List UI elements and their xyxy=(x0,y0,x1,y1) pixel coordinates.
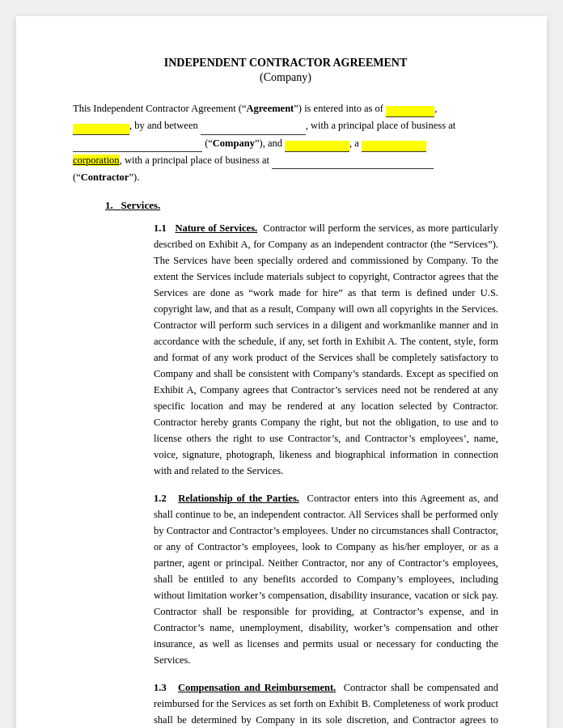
section-1-label: Services. xyxy=(121,199,161,211)
subsection-1-2-body: Contractor enters into this Agreement as… xyxy=(154,493,498,666)
subsection-1-1-heading: Nature of Services. xyxy=(175,222,257,234)
subsection-1-1-text: 1.1 Nature of Services. Contractor will … xyxy=(154,220,498,479)
intro-text-7: (“Contractor”). xyxy=(73,171,139,183)
intro-text-3: , with a principal place of business at xyxy=(306,120,455,131)
intro-paragraph: This Independent Contractor Agreement (“… xyxy=(73,100,498,186)
address-field-1[interactable] xyxy=(73,141,202,152)
entity-type-field[interactable] xyxy=(362,141,426,152)
intro-text-5: , a xyxy=(349,138,362,149)
contractor-address-field[interactable] xyxy=(272,158,434,169)
subsection-1-2-number: 1.2 xyxy=(154,493,167,504)
corporation-text: corporation xyxy=(73,154,120,166)
date-field[interactable] xyxy=(386,106,434,117)
document-subtitle: (Company) xyxy=(73,71,498,84)
subsection-1-1-body: Contractor will perform the services, as… xyxy=(154,222,498,476)
document-page: INDEPENDENT CONTRACTOR AGREEMENT (Compan… xyxy=(16,16,547,728)
subsection-1-3-heading: Compensation and Reimbursement. xyxy=(178,682,336,693)
intro-text-2: , by and between xyxy=(129,120,201,131)
subsection-1-3-text: 1.3 Compensation and Reimbursement. Cont… xyxy=(154,679,498,728)
section-1-number: 1. xyxy=(105,199,113,211)
subsection-1-1-number: 1.1 xyxy=(154,222,167,234)
intro-comma: , xyxy=(434,103,437,114)
document-title: INDEPENDENT CONTRACTOR AGREEMENT xyxy=(73,57,498,70)
contractor-name-field[interactable] xyxy=(285,141,349,152)
subsection-1-2-heading: Relationship of the Parties. xyxy=(178,493,299,504)
subsection-1-3-number: 1.3 xyxy=(154,682,167,693)
section-1: 1. Services. 1.1 Nature of Services. Con… xyxy=(105,199,498,728)
subsection-1-1: 1.1 Nature of Services. Contractor will … xyxy=(154,220,498,728)
field-blank-1[interactable] xyxy=(73,124,129,135)
party-field-1[interactable] xyxy=(201,124,306,135)
subsection-1-2-text: 1.2 Relationship of the Parties. Contrac… xyxy=(154,490,498,668)
intro-text-1: This Independent Contractor Agreement (“… xyxy=(73,103,386,114)
section-1-title: 1. Services. xyxy=(105,199,498,212)
intro-text-6: , with a principal place of business at xyxy=(120,154,273,166)
intro-text-4: (“Company”), and xyxy=(202,138,285,149)
